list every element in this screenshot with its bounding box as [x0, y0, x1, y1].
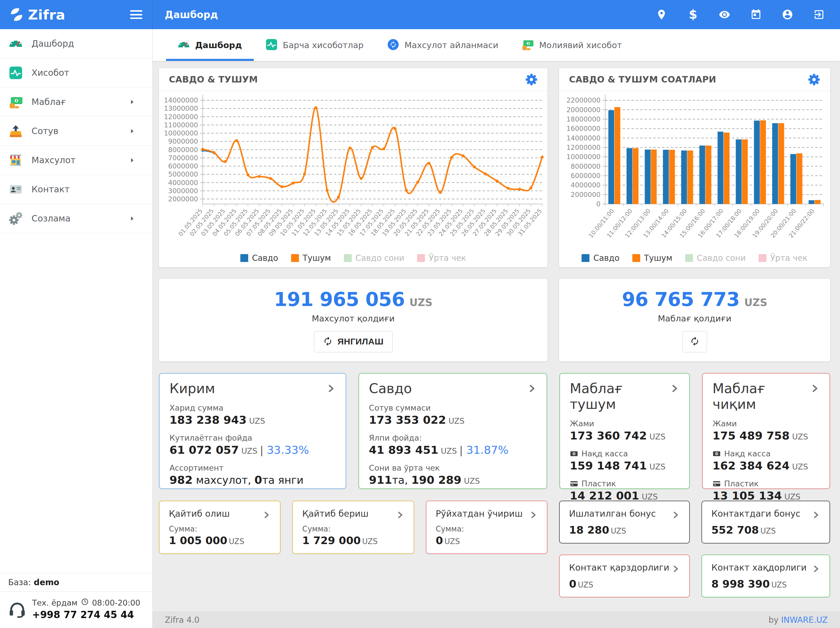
sidebar-item-product[interactable]: Махсулот [0, 146, 152, 175]
tab-finance-report[interactable]: Молиявий хисобот [510, 29, 633, 61]
amount-value: 0 UZS [436, 534, 538, 546]
support-phone: +998 77 274 45 44 [32, 609, 140, 620]
legend-item-2[interactable]: Тушум [632, 253, 672, 263]
info-card-savdo: СавдоСотув суммаси173 353 022 UZSЯлпи фо… [358, 373, 547, 489]
tab-dashboard[interactable]: Дашборд [166, 29, 254, 61]
legend-item-1[interactable]: Савдо [240, 253, 278, 263]
svg-text:4000000: 4000000 [571, 181, 600, 189]
visibility-icon[interactable] [718, 8, 731, 21]
currency-icon[interactable]: $ [687, 8, 699, 21]
location-icon[interactable] [655, 8, 668, 21]
stat-label: Пластик [712, 479, 819, 488]
money-balance-label: Маблағ қолдиғи [658, 313, 731, 323]
legend-item-3[interactable]: Савдо сони [344, 253, 404, 263]
chevron-right-icon[interactable] [529, 511, 538, 519]
legend-label: Тушум [644, 253, 672, 263]
stat-value: 911та, 190 289 UZS [369, 474, 537, 486]
tray-icon [9, 124, 23, 138]
chevron-right-icon[interactable] [669, 384, 679, 393]
chevron-right-icon[interactable] [527, 384, 537, 393]
stat-row: Кутилаётган фойда61 072 057 UZS | 33.33% [169, 433, 336, 456]
legend-item-1[interactable]: Савдо [582, 253, 619, 263]
menu-toggle-icon[interactable] [130, 10, 142, 19]
product-balance-label: Махсулот қолдиғи [312, 313, 395, 323]
hourly-chart-card: САВДО & ТУШУМ СОАТЛАРИ 02000000400000060… [559, 68, 830, 267]
contact-icon [9, 183, 23, 197]
amount-value: 18 280 UZS [569, 524, 680, 536]
chevron-right-icon[interactable] [326, 384, 336, 393]
amount-value: 552 708 UZS [711, 524, 820, 536]
chart-settings-gear-icon[interactable] [525, 74, 538, 86]
database-indicator: База: demo [0, 573, 152, 592]
legend-label: Тушум [303, 253, 331, 263]
footer-credit: by INWARE.UZ [769, 615, 828, 625]
card-title: Контакт қарздорлиги [569, 562, 669, 573]
legend-item-2[interactable]: Тушум [291, 253, 331, 263]
stat-row: Сони ва ўрта чек911та, 190 289 UZS [369, 463, 537, 486]
money-balance-card: 96 765 773 UZS Маблағ қолдиғи [559, 279, 830, 361]
legend-label: Савдо сони [697, 253, 746, 263]
sidebar-item-sales[interactable]: Сотув [0, 116, 152, 146]
line-chart: 2000000300000040000005000000600000070000… [159, 91, 548, 248]
info-card-mablag-chiqim: Маблағ чиқимЖами175 489 758 UZSНақд касс… [702, 373, 830, 489]
sidebar-item-settings[interactable]: Созлама [0, 204, 152, 233]
support-hours: 08:00-20:00 [92, 598, 140, 607]
amount-value: 1 005 000 UZS [169, 534, 271, 546]
legend-item-4[interactable]: Ўрта чек [759, 253, 808, 263]
currency-label: UZS [409, 297, 433, 308]
sidebar-item-dashboard[interactable]: Дашборд [0, 29, 152, 58]
small-card-kontakt-qarzdorligi: Контакт қарздорлиги0 UZS [559, 554, 690, 597]
chart-settings-gear-icon[interactable] [808, 74, 820, 86]
chevron-right-icon[interactable] [395, 511, 404, 519]
account-icon[interactable] [781, 8, 794, 21]
money-icon [9, 95, 23, 109]
sidebar-item-label: Созлама [32, 213, 71, 223]
stat-label: Жами [712, 419, 819, 428]
stat-value: 175 489 758 UZS [712, 429, 819, 442]
main-area: ДашбордБарча хисоботларМахсулот айланмас… [153, 29, 840, 628]
tab-label: Молиявий хисобот [539, 40, 622, 50]
sidebar-item-report[interactable]: Хисобот [0, 58, 152, 87]
small-card-kontakt-haqdorligi: Контакт хақдорлиги8 998 390 UZS [701, 554, 830, 597]
legend-item-3[interactable]: Савдо сони [685, 253, 746, 263]
tab-all-reports[interactable]: Барча хисоботлар [254, 29, 375, 61]
stat-label: Жами [570, 419, 679, 428]
sidebar-item-contact[interactable]: Контакт [0, 175, 152, 204]
legend-item-4[interactable]: Ўрта чек [417, 253, 466, 263]
tab-product-turnover[interactable]: Махсулот айланмаси [375, 29, 510, 61]
chevron-right-icon[interactable] [810, 384, 819, 393]
small-card-qaytib-olish: Қайтиб олишСумма:1 005 000 UZS [159, 501, 281, 554]
sidebar-item-money[interactable]: Маблағ [0, 87, 152, 116]
card-icon [712, 480, 721, 488]
stat-value: 159 148 741 UZS [570, 459, 679, 472]
svg-text:6000000: 6000000 [571, 172, 600, 179]
card-title: Рўйхатдан ўчириш [436, 508, 523, 519]
logout-icon[interactable] [813, 8, 826, 21]
footer: Zifra 4.0 by INWARE.UZ [153, 612, 840, 628]
calendar-icon[interactable] [750, 8, 763, 21]
chevron-right-icon[interactable] [812, 565, 820, 573]
chevron-right-icon [129, 216, 135, 223]
amount-label: Сумма: [302, 524, 404, 533]
card-title: Қайтиб бериш [302, 508, 368, 519]
sidebar-item-label: Сотув [32, 126, 58, 136]
stat-label: Сотув суммаси [369, 403, 537, 412]
refresh-money-balance-button[interactable] [682, 331, 707, 352]
money-icon [521, 38, 534, 52]
chevron-right-icon[interactable] [671, 565, 680, 573]
stat-row: Жами173 360 742 UZS [570, 419, 679, 442]
svg-text:16000000: 16000000 [567, 125, 600, 132]
stat-value: 61 072 057 UZS | 33.33% [169, 444, 336, 456]
stat-label: Сони ва ўрта чек [369, 463, 537, 472]
stat-row: Жами175 489 758 UZS [712, 419, 819, 442]
refresh-product-balance-button[interactable]: ЯНГИЛАШ [314, 331, 393, 352]
legend-label: Ўрта чек [429, 253, 466, 263]
inware-link[interactable]: INWARE.UZ [781, 615, 828, 625]
svg-text:2000000: 2000000 [168, 195, 198, 203]
chevron-right-icon[interactable] [671, 511, 680, 519]
chevron-right-icon[interactable] [812, 511, 820, 519]
legend-label: Савдо [593, 253, 619, 263]
svg-text:22000000: 22000000 [567, 96, 600, 104]
svg-text:10000000: 10000000 [567, 153, 600, 161]
chevron-right-icon[interactable] [262, 511, 271, 519]
